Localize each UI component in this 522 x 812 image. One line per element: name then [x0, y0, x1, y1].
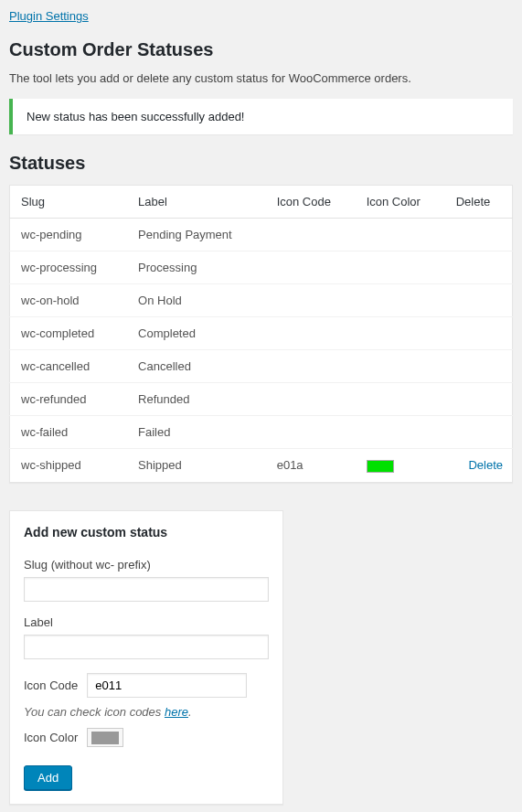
cell-icon-code	[268, 284, 357, 317]
table-row: wc-shippedShippede01aDelete	[10, 449, 513, 483]
icon-color-input[interactable]	[87, 728, 123, 748]
th-slug: Slug	[10, 186, 130, 219]
icon-color-label: Icon Color	[24, 731, 78, 744]
table-row: wc-pendingPending Payment	[10, 219, 513, 251]
success-notice: New status has been successfully added!	[9, 99, 513, 134]
table-row: wc-completedCompleted	[10, 317, 513, 350]
color-swatch-icon	[367, 460, 394, 473]
cell-icon-color	[357, 416, 447, 449]
cell-slug: wc-processing	[10, 251, 130, 284]
cell-icon-color	[357, 251, 447, 284]
add-button[interactable]: Add	[24, 765, 72, 790]
page-description: The tool lets you add or delete any cust…	[9, 71, 513, 85]
cell-icon-code	[268, 350, 357, 383]
cell-icon-code: e01a	[268, 449, 357, 483]
form-title: Add new custom status	[24, 525, 269, 540]
cell-slug: wc-failed	[10, 416, 130, 449]
icon-code-input[interactable]	[87, 673, 247, 698]
color-swatch-icon	[91, 732, 119, 744]
cell-slug: wc-shipped	[10, 449, 130, 483]
cell-label: Refunded	[129, 383, 268, 416]
cell-slug: wc-pending	[10, 219, 130, 251]
page-title: Custom Order Statuses	[9, 39, 513, 60]
cell-delete	[447, 284, 513, 317]
cell-label: On Hold	[129, 284, 268, 317]
slug-label: Slug (without wc- prefix)	[24, 558, 269, 572]
statuses-section-title: Statuses	[9, 153, 513, 174]
cell-delete	[447, 383, 513, 416]
plugin-settings-link[interactable]: Plugin Settings	[9, 9, 89, 23]
cell-icon-code	[268, 317, 357, 350]
table-row: wc-cancelledCancelled	[10, 350, 513, 383]
cell-slug: wc-on-hold	[10, 284, 130, 317]
cell-delete	[447, 219, 513, 251]
table-row: wc-refundedRefunded	[10, 383, 513, 416]
label-input[interactable]	[24, 635, 269, 659]
table-row: wc-processingProcessing	[10, 251, 513, 284]
cell-slug: wc-refunded	[10, 383, 130, 416]
icon-code-hint: You can check icon codes here.	[24, 705, 269, 719]
cell-slug: wc-cancelled	[10, 350, 130, 383]
table-row: wc-failedFailed	[10, 416, 513, 449]
cell-delete: Delete	[447, 449, 513, 483]
th-label: Label	[129, 186, 268, 219]
th-delete: Delete	[447, 186, 513, 219]
th-icon-code: Icon Code	[268, 186, 357, 219]
label-label: Label	[24, 615, 269, 629]
cell-delete	[447, 416, 513, 449]
cell-slug: wc-completed	[10, 317, 130, 350]
cell-icon-color	[357, 317, 447, 350]
delete-link[interactable]: Delete	[468, 458, 503, 472]
cell-icon-color	[357, 284, 447, 317]
cell-label: Cancelled	[129, 350, 268, 383]
cell-icon-code	[268, 416, 357, 449]
icon-codes-link[interactable]: here	[165, 705, 188, 719]
cell-label: Pending Payment	[129, 219, 268, 251]
cell-label: Failed	[129, 416, 268, 449]
statuses-table: Slug Label Icon Code Icon Color Delete w…	[9, 185, 513, 483]
cell-icon-color	[357, 350, 447, 383]
cell-icon-code	[268, 219, 357, 251]
slug-input[interactable]	[24, 577, 269, 602]
add-status-form: Add new custom status Slug (without wc- …	[9, 510, 283, 806]
cell-label: Shipped	[129, 449, 268, 483]
cell-delete	[447, 317, 513, 350]
statuses-tbody: wc-pendingPending Paymentwc-processingPr…	[10, 219, 513, 483]
th-icon-color: Icon Color	[357, 186, 447, 219]
cell-delete	[447, 251, 513, 284]
cell-icon-color	[357, 449, 447, 483]
table-row: wc-on-holdOn Hold	[10, 284, 513, 317]
cell-label: Processing	[129, 251, 268, 284]
cell-icon-color	[357, 383, 447, 416]
icon-code-label: Icon Code	[24, 678, 78, 692]
cell-icon-code	[268, 251, 357, 284]
notice-text: New status has been successfully added!	[27, 110, 244, 123]
cell-delete	[447, 350, 513, 383]
cell-icon-code	[268, 383, 357, 416]
cell-icon-color	[357, 219, 447, 251]
cell-label: Completed	[129, 317, 268, 350]
